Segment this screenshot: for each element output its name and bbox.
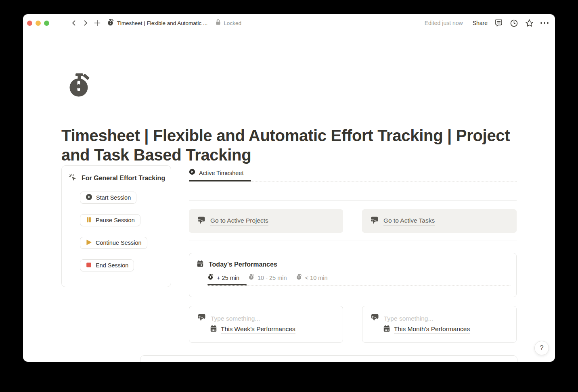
tab-active-timesheet[interactable]: Active Timesheet [189, 169, 243, 177]
go-to-active-projects-link[interactable]: Go to Active Projects [210, 217, 268, 225]
history-clock-icon[interactable] [510, 19, 518, 27]
duration-tabbar: + 25 min 1 [207, 273, 328, 282]
page-content: Timesheet | Flexible and Automatic Effor… [23, 32, 555, 362]
calendar-grid-icon [383, 325, 390, 334]
continue-session-button[interactable]: Continue Session [80, 237, 147, 249]
go-to-active-projects-card[interactable]: Go to Active Projects [189, 209, 343, 233]
minimize-window-button[interactable] [36, 21, 41, 26]
new-tab-icon[interactable] [94, 19, 101, 27]
month-performances-card: Type something... This Month's [362, 306, 517, 343]
back-icon[interactable] [70, 19, 77, 27]
section-divider [189, 240, 517, 240]
tab-label: < 10 min [305, 273, 328, 282]
share-button[interactable]: Share [473, 20, 488, 26]
end-session-button[interactable]: End Session [80, 259, 134, 271]
play-circle-icon [86, 194, 92, 202]
type-something-input[interactable]: Type something... [211, 315, 260, 322]
button-label: Continue Session [96, 240, 142, 246]
active-tab-underline [189, 180, 251, 181]
button-label: Start Session [96, 194, 131, 201]
play-triangle-icon [86, 239, 92, 247]
cursor-pad-icon [197, 313, 206, 323]
todays-performances-card: Today's Performances [189, 253, 517, 297]
cursor-click-icon [69, 173, 77, 183]
tab-label: Active Timesheet [199, 169, 243, 177]
stopwatch-icon [207, 273, 214, 282]
week-performances-card: Type something... This Week’s [189, 306, 343, 343]
timesheet-tabbar: Active Timesheet [189, 169, 517, 182]
lock-toggle[interactable]: Locked [216, 19, 241, 27]
close-window-button[interactable] [27, 21, 32, 26]
calendar-grid-icon [210, 325, 217, 334]
section-divider [189, 200, 517, 201]
lock-icon [216, 19, 221, 27]
breadcrumb-title: Timesheet | Flexible and Automatic ... [117, 20, 207, 26]
this-week-performances-link[interactable]: This Week’s Performances [221, 325, 295, 334]
stopwatch-icon [248, 273, 254, 282]
type-something-input[interactable]: Type something... [384, 315, 433, 322]
sidebar-menu-icon[interactable] [56, 20, 65, 26]
button-label: Pause Session [96, 217, 135, 223]
play-circle-icon [189, 169, 195, 177]
stop-square-icon [86, 262, 92, 269]
zoom-window-button[interactable] [44, 21, 49, 26]
tab-label: + 25 min [217, 273, 239, 282]
traffic-lights [27, 21, 49, 26]
callout-title: For General Effort Tracking [82, 175, 165, 182]
general-effort-callout: For General Effort Tracking Start Sessio… [61, 165, 171, 287]
today-performances-title: Today's Performances [209, 261, 277, 268]
next-section-card-partial [140, 355, 517, 362]
comments-icon[interactable] [494, 19, 503, 27]
tab-under-10-min[interactable]: < 10 min [296, 273, 328, 282]
tab-10-25-min[interactable]: 10 - 25 min [248, 273, 287, 282]
titlebar: Timesheet | Flexible and Automatic ... L… [23, 14, 555, 32]
edited-status: Edited just now [425, 20, 463, 26]
stopwatch-icon [107, 19, 114, 27]
page-stopwatch-icon[interactable] [67, 73, 92, 99]
favorite-star-icon[interactable] [525, 19, 534, 27]
tab-label: 10 - 25 min [258, 273, 287, 282]
stopwatch-icon [296, 273, 302, 282]
calendar-icon [197, 260, 204, 269]
forward-icon[interactable] [82, 19, 89, 27]
cursor-pad-icon [196, 216, 205, 226]
locked-label: Locked [224, 20, 241, 26]
tab-over-25-min[interactable]: + 25 min [207, 273, 239, 282]
page-title: Timesheet | Flexible and Automatic Effor… [61, 126, 528, 165]
start-session-button[interactable]: Start Session [80, 192, 136, 204]
breadcrumb[interactable]: Timesheet | Flexible and Automatic ... [107, 19, 207, 27]
tabbar-divider [207, 285, 511, 286]
help-button[interactable]: ? [534, 341, 549, 355]
notion-window: Timesheet | Flexible and Automatic ... L… [23, 14, 555, 362]
cursor-pad-icon [370, 313, 379, 323]
more-options-icon[interactable] [540, 22, 549, 24]
go-to-active-tasks-card[interactable]: Go to Active Tasks [362, 209, 517, 233]
this-month-performances-link[interactable]: This Month's Performances [394, 325, 470, 334]
cursor-pad-icon [369, 216, 379, 226]
pause-session-button[interactable]: Pause Session [80, 214, 140, 226]
go-to-active-tasks-link[interactable]: Go to Active Tasks [383, 217, 435, 225]
pause-icon [86, 217, 92, 224]
button-label: End Session [96, 262, 128, 269]
